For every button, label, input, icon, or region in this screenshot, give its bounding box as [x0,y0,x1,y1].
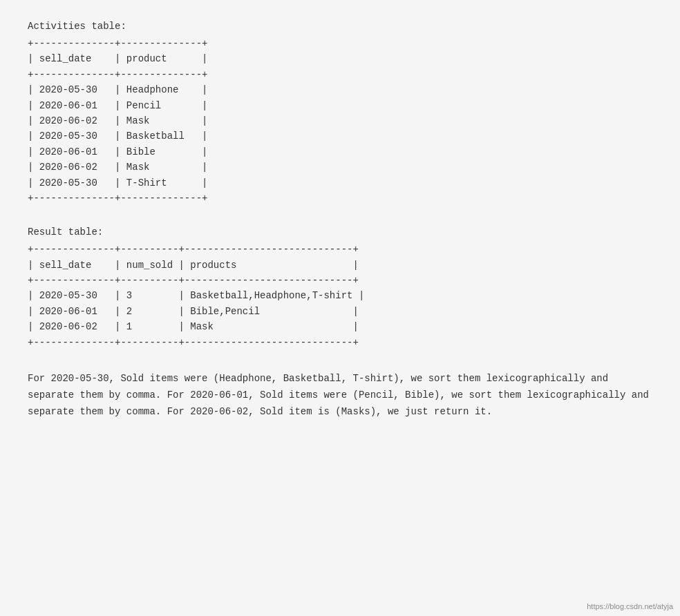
activities-section: Activities table: +--------------+------… [28,21,652,206]
result-table: +--------------+----------+-------------… [28,242,652,350]
activities-title: Activities table: [28,21,652,32]
result-section: Result table: +--------------+----------… [28,227,652,350]
main-container: Activities table: +--------------+------… [0,0,680,616]
activities-table: +--------------+--------------+ | sell_d… [28,36,652,206]
watermark: https://blog.csdn.net/atyja [587,602,673,610]
result-title: Result table: [28,227,652,238]
explanation-section: For 2020-05-30, Sold items were (Headpho… [28,371,652,420]
